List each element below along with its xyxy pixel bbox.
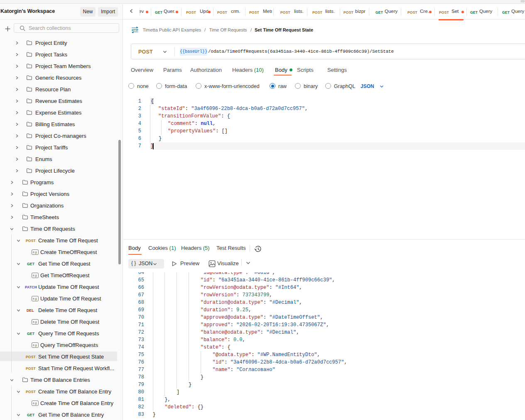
svg-text:HTTP: HTTP [132,28,138,32]
